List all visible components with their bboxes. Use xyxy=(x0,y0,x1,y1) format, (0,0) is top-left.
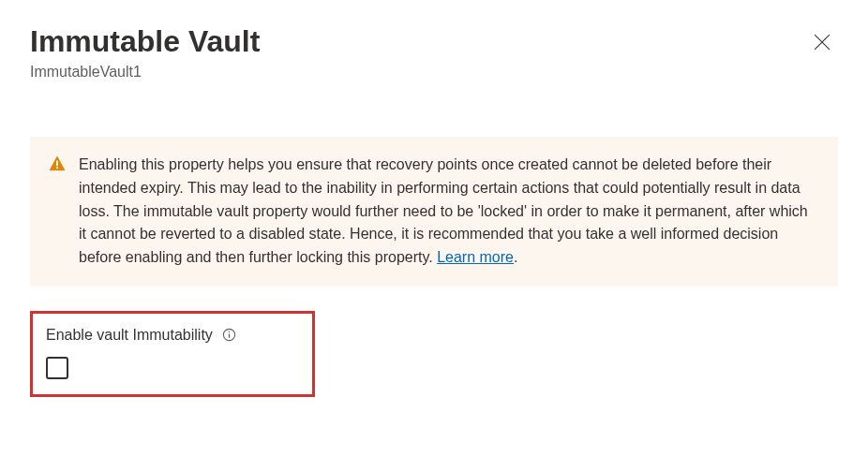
enable-immutability-checkbox[interactable] xyxy=(46,357,68,379)
svg-point-6 xyxy=(229,331,231,333)
close-icon xyxy=(814,34,831,53)
close-button[interactable] xyxy=(806,26,838,61)
learn-more-link[interactable]: Learn more xyxy=(437,249,514,265)
svg-rect-3 xyxy=(56,167,58,169)
checkbox-label-row: Enable vault Immutability xyxy=(46,327,299,344)
enable-immutability-section: Enable vault Immutability xyxy=(30,311,315,397)
svg-rect-2 xyxy=(56,161,58,167)
page-subtitle: ImmutableVault1 xyxy=(30,64,260,81)
warning-icon xyxy=(49,155,66,176)
title-group: Immutable Vault ImmutableVault1 xyxy=(30,22,260,81)
enable-immutability-label: Enable vault Immutability xyxy=(46,327,213,344)
info-icon[interactable] xyxy=(222,328,236,342)
warning-banner: Enabling this property helps you ensure … xyxy=(30,137,838,287)
page-title: Immutable Vault xyxy=(30,22,260,60)
warning-text: Enabling this property helps you ensure … xyxy=(79,154,812,270)
header: Immutable Vault ImmutableVault1 xyxy=(30,22,838,81)
